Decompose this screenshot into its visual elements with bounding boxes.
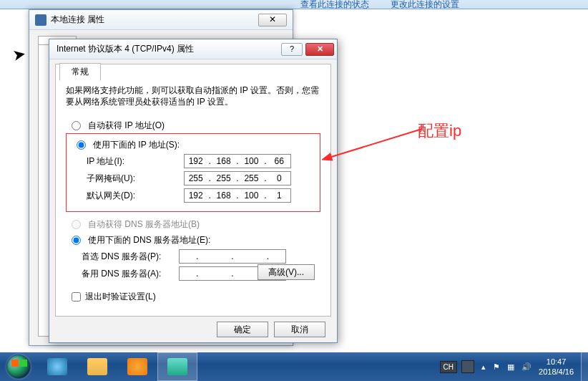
show-desktop-button[interactable] xyxy=(581,352,588,381)
manual-dns-label: 使用下面的 DNS 服务器地址(E): xyxy=(88,234,210,246)
taskbar-ie[interactable] xyxy=(37,352,77,381)
clock-date: 2018/4/16 xyxy=(539,367,574,377)
mask-o4[interactable]: 0 xyxy=(268,173,290,183)
chevron-up-icon[interactable]: ▴ xyxy=(481,362,486,372)
control-panel-icon xyxy=(167,358,187,375)
validate-checkbox[interactable] xyxy=(72,292,81,302)
keyboard-icon[interactable] xyxy=(461,360,474,373)
dns1-input[interactable]: ... xyxy=(179,249,286,264)
system-tray: CH ▴ ⚑ ▦ 🔊 10:47 2018/4/16 xyxy=(440,352,588,381)
manual-dns-radio[interactable] xyxy=(72,236,81,245)
help-button[interactable]: ? xyxy=(281,43,303,56)
dialog-title: Internet 协议版本 4 (TCP/IPv4) 属性 xyxy=(57,43,281,55)
auto-dns-radio xyxy=(72,220,81,229)
dialog-body: 如果网络支持此功能，则可以获取自动指派的 IP 设置。否则，您需要从网络系统管理… xyxy=(55,64,331,317)
dns2-label: 备用 DNS 服务器(A): xyxy=(66,268,179,280)
ip-o1[interactable]: 192 xyxy=(185,156,207,166)
mask-o3[interactable]: 255 xyxy=(240,173,262,183)
ip-address-row: IP 地址(I): 192. 168. 100. 66 xyxy=(71,153,315,170)
ip-o2[interactable]: 168 xyxy=(213,156,235,166)
windows-orb-icon xyxy=(6,355,31,379)
ipv4-properties-dialog: Internet 协议版本 4 (TCP/IPv4) 属性 ? ✕ 常规 如果网… xyxy=(49,39,338,343)
network-tray-icon[interactable]: ▦ xyxy=(507,362,514,372)
dialog-titlebar[interactable]: Internet 协议版本 4 (TCP/IPv4) 属性 ? ✕ xyxy=(49,39,337,59)
volume-icon[interactable]: 🔊 xyxy=(521,362,531,372)
ok-button[interactable]: 确定 xyxy=(217,322,268,337)
hint-text: 如果网络支持此功能，则可以获取自动指派的 IP 设置。否则，您需要从网络系统管理… xyxy=(66,85,320,107)
auto-dns-radio-row: 自动获得 DNS 服务器地址(B) xyxy=(66,216,320,232)
close-button[interactable]: ✕ xyxy=(305,43,334,56)
network-icon xyxy=(35,14,46,26)
svg-line-0 xyxy=(329,129,422,158)
media-player-icon xyxy=(127,358,147,375)
ip-o4[interactable]: 66 xyxy=(268,156,290,166)
tab-general[interactable]: 常规 xyxy=(59,63,101,81)
auto-ip-radio-row[interactable]: 自动获得 IP 地址(O) xyxy=(66,117,320,133)
mask-o2[interactable]: 255 xyxy=(213,173,235,183)
auto-ip-label: 自动获得 IP 地址(O) xyxy=(88,120,165,132)
manual-ip-radio-row[interactable]: 使用下面的 IP 地址(S): xyxy=(71,137,315,153)
dialog-footer: 确定 取消 xyxy=(49,317,337,342)
advanced-button[interactable]: 高级(V)... xyxy=(258,264,315,280)
clock[interactable]: 10:47 2018/4/16 xyxy=(539,357,574,377)
auto-dns-label: 自动获得 DNS 服务器地址(B) xyxy=(88,218,200,231)
back-dialog-title: 本地连接 属性 xyxy=(51,14,258,26)
taskbar-control-panel[interactable] xyxy=(157,352,197,381)
taskbar-explorer[interactable] xyxy=(77,352,117,381)
gateway-label: 默认网关(D): xyxy=(71,190,184,202)
gateway-input[interactable]: 192. 168. 100. 1 xyxy=(184,188,291,203)
action-center-icon[interactable]: ⚑ xyxy=(493,362,500,372)
clock-time: 10:47 xyxy=(539,357,574,367)
gateway-row: 默认网关(D): 192. 168. 100. 1 xyxy=(71,187,315,204)
mouse-cursor-icon: ➤ xyxy=(11,45,27,66)
subnet-mask-label: 子网掩码(U): xyxy=(71,173,184,185)
ip-o3[interactable]: 100 xyxy=(240,156,262,166)
manual-ip-radio[interactable] xyxy=(77,140,86,150)
dns1-row: 首选 DNS 服务器(P): ... xyxy=(66,248,320,265)
ip-address-label: IP 地址(I): xyxy=(71,155,184,168)
cancel-button[interactable]: 取消 xyxy=(274,322,325,337)
gw-o1[interactable]: 192 xyxy=(185,190,207,201)
gw-o2[interactable]: 168 xyxy=(213,190,235,201)
manual-dns-radio-row[interactable]: 使用下面的 DNS 服务器地址(E): xyxy=(66,232,320,248)
ie-icon xyxy=(47,358,67,375)
auto-ip-radio[interactable] xyxy=(72,121,81,130)
start-button[interactable] xyxy=(0,352,37,381)
taskbar[interactable]: CH ▴ ⚑ ▦ 🔊 10:47 2018/4/16 xyxy=(0,352,588,381)
mask-o1[interactable]: 255 xyxy=(185,173,207,183)
validate-label: 退出时验证设置(L) xyxy=(85,291,156,303)
language-indicator[interactable]: CH xyxy=(440,361,457,373)
folder-icon xyxy=(87,358,107,375)
gw-o3[interactable]: 100 xyxy=(240,190,262,201)
dialog-tabs: 常规 xyxy=(55,63,101,81)
back-dialog-titlebar[interactable]: 本地连接 属性 ✕ xyxy=(29,10,293,30)
close-button[interactable]: ✕ xyxy=(258,14,287,26)
ip-address-input[interactable]: 192. 168. 100. 66 xyxy=(184,154,291,168)
subnet-mask-input[interactable]: 255. 255. 255. 0 xyxy=(184,171,291,185)
tray-icons: ▴ ⚑ ▦ 🔊 xyxy=(481,362,531,372)
taskbar-media[interactable] xyxy=(117,352,157,381)
subnet-mask-row: 子网掩码(U): 255. 255. 255. 0 xyxy=(71,170,315,187)
annotation-text: 配置ip xyxy=(418,120,461,142)
manual-ip-label: 使用下面的 IP 地址(S): xyxy=(93,139,180,151)
gw-o4[interactable]: 1 xyxy=(268,190,290,201)
dns1-label: 首选 DNS 服务器(P): xyxy=(66,251,179,263)
ip-settings-group: 使用下面的 IP 地址(S): IP 地址(I): 192. 168. 100.… xyxy=(66,133,320,212)
validate-row[interactable]: 退出时验证设置(L) xyxy=(72,291,320,303)
